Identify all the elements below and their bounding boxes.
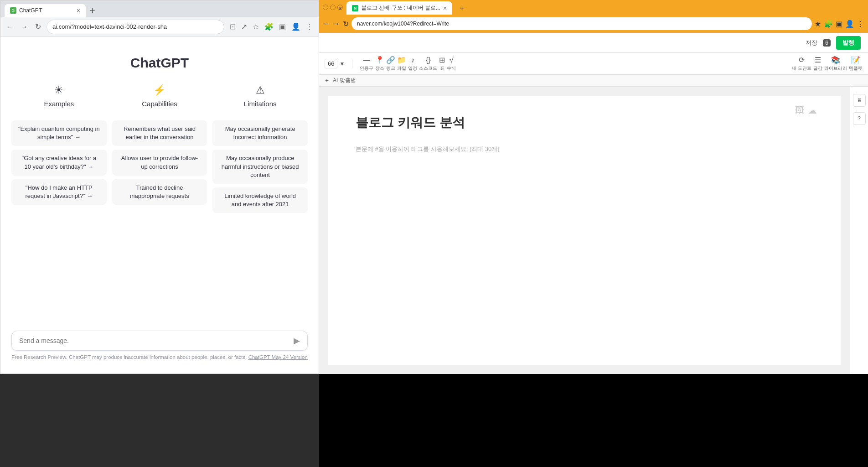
limitations-column: May occasionally generate incorrect info… (212, 120, 308, 213)
limitation-card-1: May occasionally generate incorrect info… (212, 120, 308, 146)
chat-input-container: ▶ (11, 331, 308, 351)
maximize-button[interactable] (330, 5, 336, 10)
location-icon: 📍 (375, 56, 384, 64)
tool-file[interactable]: 📁 파일 (397, 56, 406, 72)
address-bar-left: ← → ↻ ai.com/?model=text-davinci-002-ren… (0, 17, 319, 37)
naver-back-btn[interactable]: ← (323, 20, 330, 28)
features-grid: ☀ Examples ⚡ Capabilities ⚠ Limitations (11, 84, 308, 111)
minimize-button[interactable] (323, 5, 328, 10)
naver-layout-icon[interactable]: ▣ (836, 20, 842, 28)
tool-template[interactable]: 📝 템플릿 (849, 56, 863, 72)
tool-file-label: 파일 (397, 65, 406, 72)
tool-template-label: 템플릿 (849, 65, 863, 72)
tool-quote[interactable]: — 인용구 (360, 56, 373, 72)
editor-body: 🖼 ☁ 블로그 키워드 분석 본문에 #을 이용하여 태그를 사용해보세요! (… (319, 87, 868, 374)
naver-window-titlebar: × N 블로그 선배 구쓰 : 네이버 블로... × + (319, 0, 868, 15)
quote-icon: — (363, 56, 370, 64)
tool-formula-label: 수식 (447, 65, 456, 72)
magic-spell-bar: ✦ AI 맞춤법 (319, 75, 868, 87)
tool-table[interactable]: ⊞ 표 (439, 56, 445, 72)
tab-bar-left: G ChatGPT × + (0, 0, 319, 17)
tool-my-docs[interactable]: ⟳ 내 도안트 (792, 56, 811, 72)
chat-input-area: ▶ Free Research Preview. ChatGPT may pro… (11, 331, 308, 364)
layout-icon[interactable]: ▣ (277, 21, 288, 33)
naver-extensions-icon[interactable]: 🧩 (824, 20, 833, 28)
magic-sparkle-icon: ✦ (325, 78, 329, 84)
naver-forward-btn[interactable]: → (333, 20, 340, 28)
example-card-2[interactable]: "Got any creative ideas for a 10 year ol… (11, 150, 107, 175)
tool-link[interactable]: 🔗 링크 (386, 56, 395, 72)
editor-right-sidebar: 🖥 ? (850, 87, 868, 374)
reload-button[interactable]: ↻ (33, 21, 43, 33)
naver-profile-icon[interactable]: 👤 (845, 20, 854, 28)
limitations-icon: ⚠ (256, 84, 265, 96)
tool-formula[interactable]: √ 수식 (447, 56, 456, 72)
editor-image-tools: 🖼 ☁ (795, 105, 813, 123)
naver-blog-tab[interactable]: N 블로그 선배 구쓰 : 네이버 블로... × (346, 1, 452, 15)
toolbar-divider-1 (352, 59, 352, 68)
link-icon: 🔗 (386, 56, 395, 64)
back-button[interactable]: ← (4, 21, 15, 33)
chat-message-input[interactable] (19, 337, 294, 344)
tool-location[interactable]: 📍 장소 (375, 56, 384, 72)
bookmark-icon[interactable]: ☆ (251, 21, 261, 33)
capabilities-column: Remembers what user said earlier in the … (112, 120, 207, 213)
capability-card-1: Remembers what user said earlier in the … (112, 120, 207, 146)
limitations-header-col: ⚠ Limitations (212, 84, 308, 108)
tool-schedule[interactable]: ♪ 일정 (408, 56, 417, 72)
window-controls: × (323, 5, 343, 10)
chatgpt-logo-title: ChatGPT (130, 55, 189, 71)
chat-send-button[interactable]: ▶ (294, 336, 300, 346)
tool-code[interactable]: {} 소스코드 (419, 56, 437, 72)
toolbar-right-group: ⟳ 내 도안트 ☰ 글감 📚 라이브러리 📝 템플릿 (792, 56, 863, 72)
forward-button[interactable]: → (19, 21, 30, 33)
examples-header-label: Examples (44, 100, 74, 108)
editor-tag-placeholder[interactable]: 본문에 #을 이용하여 태그를 사용해보세요! (최대 30개) (356, 145, 813, 153)
naver-reload-btn[interactable]: ↻ (343, 20, 349, 28)
menu-icon[interactable]: ⋮ (304, 21, 315, 33)
sidebar-monitor-icon[interactable]: 🖥 (853, 94, 866, 107)
close-button[interactable]: × (337, 5, 343, 10)
schedule-icon: ♪ (411, 56, 414, 64)
translate-icon[interactable]: ⊡ (228, 21, 238, 33)
naver-browser-window: × N 블로그 선배 구쓰 : 네이버 블로... × + ← → ↻ nave… (319, 0, 868, 374)
new-tab-button[interactable]: + (86, 4, 99, 17)
extensions-icon[interactable]: 🧩 (263, 21, 275, 33)
save-count-badge: 6 (823, 39, 831, 47)
chatgpt-tab[interactable]: G ChatGPT × (4, 4, 86, 17)
naver-address-bar: ← → ↻ naver.com/koojw1004?Redirect=Write… (319, 15, 868, 33)
editor-document-title[interactable]: 블로그 키워드 분석 (356, 114, 813, 131)
limitation-card-3: Limited knowledge of world and events af… (212, 187, 308, 213)
my-docs-icon: ⟳ (799, 56, 805, 64)
chatgpt-version-link[interactable]: ChatGPT May 24 Version (248, 354, 308, 360)
address-input-left[interactable]: ai.com/?model=text-davinci-002-render-sh… (46, 20, 224, 34)
sidebar-help-icon[interactable]: ? (853, 112, 866, 125)
image-upload-icon[interactable]: 🖼 (795, 105, 804, 123)
editor-main-area[interactable]: 🖼 ☁ 블로그 키워드 분석 본문에 #을 이용하여 태그를 사용해보세요! (… (328, 96, 841, 365)
chatgpt-tab-label: ChatGPT (19, 7, 74, 14)
tool-code-label: 소스코드 (419, 65, 437, 72)
font-size-arrow[interactable]: ▼ (339, 61, 345, 67)
naver-new-tab-btn[interactable]: + (456, 2, 468, 15)
tab-close-btn[interactable]: × (77, 7, 80, 14)
example-card-1[interactable]: "Explain quantum computing in simple ter… (11, 120, 107, 146)
tool-content[interactable]: ☰ 글감 (813, 56, 822, 72)
naver-bookmark-icon[interactable]: ★ (815, 20, 821, 28)
example-card-3[interactable]: "How do I make an HTTP request in Javasc… (11, 179, 107, 205)
share-icon[interactable]: ↗ (239, 21, 249, 33)
naver-tab-close[interactable]: × (443, 5, 447, 12)
address-text-left: ai.com/?model=text-davinci-002-render-sh… (52, 23, 218, 30)
naver-address-input[interactable]: naver.com/koojw1004?Redirect=Write (351, 17, 812, 30)
tool-library[interactable]: 📚 라이브러리 (824, 56, 847, 72)
image-cloud-icon[interactable]: ☁ (808, 105, 817, 123)
examples-header-col: ☀ Examples (11, 84, 107, 108)
tool-library-label: 라이브러리 (824, 65, 847, 72)
left-bottom-dark-area (0, 374, 319, 467)
naver-top-bar: 저장 6 발행 (319, 33, 868, 53)
publish-button[interactable]: 발행 (836, 36, 861, 50)
magic-text[interactable]: AI 맞춤법 (333, 77, 356, 84)
editor-toolbar: 66 ▼ — 인용구 📍 장소 🔗 링크 📁 파일 (319, 53, 868, 75)
font-size-selector[interactable]: 66 (325, 59, 337, 68)
naver-menu-icon[interactable]: ⋮ (857, 20, 864, 28)
profile-icon[interactable]: 👤 (289, 21, 302, 33)
